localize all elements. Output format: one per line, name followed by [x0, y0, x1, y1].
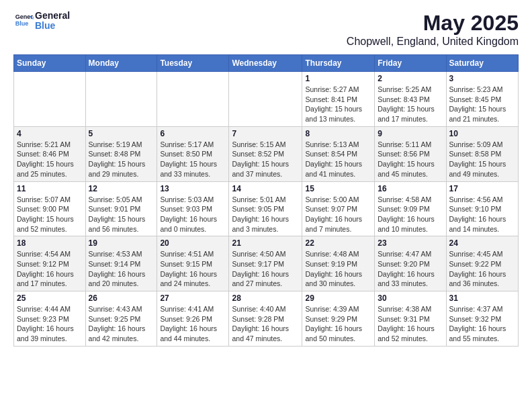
day-content: Sunrise: 4:37 AM Sunset: 9:32 PM Dayligh…: [449, 304, 515, 344]
table-row: 12Sunrise: 5:05 AM Sunset: 9:01 PM Dayli…: [85, 181, 157, 236]
day-number: 3: [449, 74, 515, 83]
day-number: 31: [449, 293, 515, 303]
day-number: 18: [17, 238, 83, 248]
day-number: 24: [449, 238, 515, 248]
day-number: 12: [89, 184, 154, 193]
day-content: Sunrise: 5:07 AM Sunset: 9:00 PM Dayligh…: [17, 195, 83, 234]
table-row: 28Sunrise: 4:40 AM Sunset: 9:28 PM Dayli…: [229, 291, 302, 347]
day-content: Sunrise: 5:27 AM Sunset: 8:41 PM Dayligh…: [305, 85, 371, 124]
day-content: Sunrise: 5:03 AM Sunset: 9:03 PM Dayligh…: [160, 195, 226, 234]
day-content: Sunrise: 4:48 AM Sunset: 9:19 PM Dayligh…: [305, 249, 371, 289]
header: General Blue General Blue May 2025 Chopw…: [13, 11, 519, 48]
page-title: May 2025: [347, 11, 519, 36]
table-row: 22Sunrise: 4:48 AM Sunset: 9:19 PM Dayli…: [302, 236, 375, 291]
table-row: 17Sunrise: 4:56 AM Sunset: 9:10 PM Dayli…: [446, 181, 518, 236]
table-row: 26Sunrise: 4:43 AM Sunset: 9:25 PM Dayli…: [85, 291, 157, 347]
table-row: [229, 72, 302, 127]
day-number: 13: [160, 184, 226, 193]
day-content: Sunrise: 5:05 AM Sunset: 9:01 PM Dayligh…: [89, 195, 154, 234]
table-row: [157, 72, 229, 127]
table-row: 19Sunrise: 4:53 AM Sunset: 9:14 PM Dayli…: [85, 236, 157, 291]
day-content: Sunrise: 4:51 AM Sunset: 9:15 PM Dayligh…: [160, 249, 226, 289]
day-number: 8: [305, 129, 371, 138]
day-content: Sunrise: 5:00 AM Sunset: 9:07 PM Dayligh…: [305, 195, 371, 234]
title-block: May 2025 Chopwell, England, United Kingd…: [347, 11, 519, 48]
day-content: Sunrise: 4:45 AM Sunset: 9:22 PM Dayligh…: [449, 249, 515, 289]
day-content: Sunrise: 4:50 AM Sunset: 9:17 PM Dayligh…: [232, 249, 299, 289]
logo-icon: General Blue: [15, 11, 34, 30]
table-row: 23Sunrise: 4:47 AM Sunset: 9:20 PM Dayli…: [375, 236, 446, 291]
table-row: 16Sunrise: 4:58 AM Sunset: 9:09 PM Dayli…: [375, 181, 446, 236]
day-number: 15: [305, 184, 371, 193]
logo-general: General: [35, 11, 70, 21]
table-row: 5Sunrise: 5:19 AM Sunset: 8:48 PM Daylig…: [85, 126, 157, 181]
day-number: 16: [378, 184, 443, 193]
day-number: 26: [89, 293, 154, 303]
table-row: [14, 72, 86, 127]
day-number: 27: [160, 293, 226, 303]
day-content: Sunrise: 4:38 AM Sunset: 9:31 PM Dayligh…: [378, 304, 443, 344]
day-content: Sunrise: 5:23 AM Sunset: 8:45 PM Dayligh…: [449, 85, 515, 124]
svg-text:Blue: Blue: [15, 20, 29, 27]
day-number: 25: [17, 293, 83, 303]
table-row: 1Sunrise: 5:27 AM Sunset: 8:41 PM Daylig…: [302, 72, 375, 127]
table-row: 6Sunrise: 5:17 AM Sunset: 8:50 PM Daylig…: [157, 126, 229, 181]
table-row: 21Sunrise: 4:50 AM Sunset: 9:17 PM Dayli…: [229, 236, 302, 291]
day-content: Sunrise: 5:09 AM Sunset: 8:58 PM Dayligh…: [449, 140, 515, 179]
table-row: 3Sunrise: 5:23 AM Sunset: 8:45 PM Daylig…: [446, 72, 518, 127]
day-content: Sunrise: 4:40 AM Sunset: 9:28 PM Dayligh…: [232, 304, 299, 344]
day-number: 30: [378, 293, 443, 303]
table-row: 14Sunrise: 5:01 AM Sunset: 9:05 PM Dayli…: [229, 181, 302, 236]
day-number: 29: [305, 293, 371, 303]
page: General Blue General Blue May 2025 Chopw…: [0, 0, 532, 357]
col-sunday: Sunday: [14, 55, 86, 72]
day-number: 20: [160, 238, 226, 248]
day-number: 7: [232, 129, 299, 138]
page-subtitle: Chopwell, England, United Kingdom: [347, 36, 519, 48]
day-content: Sunrise: 5:21 AM Sunset: 8:46 PM Dayligh…: [17, 140, 83, 179]
day-number: 28: [232, 293, 299, 303]
table-row: 15Sunrise: 5:00 AM Sunset: 9:07 PM Dayli…: [302, 181, 375, 236]
table-row: 31Sunrise: 4:37 AM Sunset: 9:32 PM Dayli…: [446, 291, 518, 347]
table-row: 2Sunrise: 5:25 AM Sunset: 8:43 PM Daylig…: [375, 72, 446, 127]
table-row: 29Sunrise: 4:39 AM Sunset: 9:29 PM Dayli…: [302, 291, 375, 347]
day-number: 21: [232, 238, 299, 248]
calendar-header-row: Sunday Monday Tuesday Wednesday Thursday…: [14, 55, 519, 72]
day-number: 17: [449, 184, 515, 193]
calendar-week-row: 4Sunrise: 5:21 AM Sunset: 8:46 PM Daylig…: [14, 126, 519, 181]
table-row: 11Sunrise: 5:07 AM Sunset: 9:00 PM Dayli…: [14, 181, 86, 236]
col-tuesday: Tuesday: [157, 55, 229, 72]
day-number: 10: [449, 129, 515, 138]
day-number: 23: [378, 238, 443, 248]
day-content: Sunrise: 5:19 AM Sunset: 8:48 PM Dayligh…: [89, 140, 154, 179]
logo-blue: Blue: [35, 21, 70, 31]
day-content: Sunrise: 4:47 AM Sunset: 9:20 PM Dayligh…: [378, 249, 443, 289]
table-row: 18Sunrise: 4:54 AM Sunset: 9:12 PM Dayli…: [14, 236, 86, 291]
day-number: 19: [89, 238, 154, 248]
col-monday: Monday: [85, 55, 157, 72]
calendar-week-row: 1Sunrise: 5:27 AM Sunset: 8:41 PM Daylig…: [14, 72, 519, 127]
table-row: [85, 72, 157, 127]
day-content: Sunrise: 5:11 AM Sunset: 8:56 PM Dayligh…: [378, 140, 443, 179]
day-content: Sunrise: 4:41 AM Sunset: 9:26 PM Dayligh…: [160, 304, 226, 344]
day-content: Sunrise: 5:13 AM Sunset: 8:54 PM Dayligh…: [305, 140, 371, 179]
table-row: 13Sunrise: 5:03 AM Sunset: 9:03 PM Dayli…: [157, 181, 229, 236]
col-saturday: Saturday: [446, 55, 518, 72]
calendar-table: Sunday Monday Tuesday Wednesday Thursday…: [13, 54, 519, 347]
day-number: 2: [378, 74, 443, 83]
logo: General Blue General Blue: [13, 11, 70, 32]
day-number: 11: [17, 184, 83, 193]
col-thursday: Thursday: [302, 55, 375, 72]
day-content: Sunrise: 5:01 AM Sunset: 9:05 PM Dayligh…: [232, 195, 299, 234]
table-row: 30Sunrise: 4:38 AM Sunset: 9:31 PM Dayli…: [375, 291, 446, 347]
day-number: 6: [160, 129, 226, 138]
day-content: Sunrise: 4:58 AM Sunset: 9:09 PM Dayligh…: [378, 195, 443, 234]
day-number: 22: [305, 238, 371, 248]
table-row: 10Sunrise: 5:09 AM Sunset: 8:58 PM Dayli…: [446, 126, 518, 181]
day-content: Sunrise: 4:44 AM Sunset: 9:23 PM Dayligh…: [17, 304, 83, 344]
table-row: 20Sunrise: 4:51 AM Sunset: 9:15 PM Dayli…: [157, 236, 229, 291]
table-row: 24Sunrise: 4:45 AM Sunset: 9:22 PM Dayli…: [446, 236, 518, 291]
day-number: 14: [232, 184, 299, 193]
day-content: Sunrise: 4:54 AM Sunset: 9:12 PM Dayligh…: [17, 249, 83, 289]
day-number: 4: [17, 129, 83, 138]
